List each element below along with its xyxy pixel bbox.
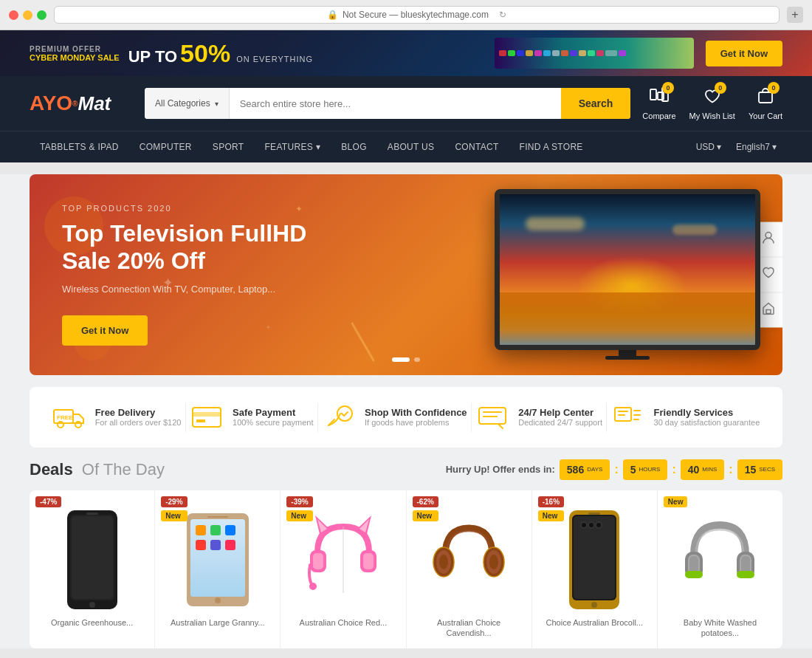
nav-item-features[interactable]: FEATURES ▾ (254, 131, 331, 162)
product-name-6: Baby White Washed potatoes... (665, 617, 775, 639)
feature-payment-title: Safe Payment (233, 407, 313, 418)
feature-divider-2 (317, 402, 318, 432)
feature-friendly: Friendly Services 30 day satisfaction gu… (611, 400, 760, 434)
svg-rect-55 (588, 513, 600, 515)
browser-dots (9, 10, 47, 20)
countdown: Hurry Up! Offer ends in: 586 DAYS : 5 HO… (446, 459, 782, 480)
cart-action[interactable]: 0 Your Cart (749, 86, 782, 120)
deal-suffix: ON EVERYTHING (236, 55, 313, 64)
svg-rect-69 (737, 571, 754, 578)
feature-payment-sub: 100% secure payment (233, 418, 313, 427)
nav-item-tablets[interactable]: TABBLETS & IPAD (30, 131, 129, 162)
svg-rect-11 (193, 412, 221, 417)
product-card-4[interactable]: -62% New (407, 490, 532, 649)
feature-confidence-text: Shop With Confidence If goods have probl… (365, 407, 467, 427)
header-actions: 0 Compare 0 My Wish List 0 You (642, 86, 782, 120)
logo[interactable]: AYO ® Mat (30, 92, 133, 115)
svg-rect-16 (618, 411, 628, 412)
nav-item-computer[interactable]: COMPUTER (129, 131, 202, 162)
nav: TABBLETS & IPAD COMPUTER SPORT FEATURES … (0, 131, 812, 162)
payment-icon (190, 400, 224, 434)
svg-text:FREE: FREE (57, 414, 73, 421)
friendly-icon (611, 400, 645, 434)
hero-section: ✦ ✦ ✦ TOP PRODUCTS 2020 Top Television F… (30, 174, 782, 375)
reload-icon[interactable]: ↻ (499, 10, 506, 20)
svg-rect-31 (196, 540, 206, 550)
nav-item-blog[interactable]: BLOG (331, 131, 377, 162)
svg-rect-33 (225, 540, 235, 550)
discount-badge-3: -39% (286, 496, 312, 507)
currency-arrow-icon: ▾ (717, 142, 721, 152)
tv-screen (500, 194, 755, 345)
countdown-mins: 40 MINS (681, 459, 725, 480)
new-tab-btn[interactable]: + (787, 7, 803, 23)
deals-title: Deals Of The Day (30, 460, 165, 479)
promo-cta-btn[interactable]: Get it Now (706, 41, 782, 66)
product-image-4 (432, 508, 506, 611)
feature-payment: Safe Payment 100% secure payment (190, 400, 313, 434)
delivery-icon: FREE (52, 400, 86, 434)
compare-action[interactable]: 0 Compare (642, 86, 675, 120)
nav-item-about[interactable]: ABOUT US (377, 131, 445, 162)
logo-ayo: AYO (30, 92, 72, 115)
category-dropdown[interactable]: All Categories ▾ (145, 88, 230, 119)
feature-divider-1 (185, 402, 186, 432)
sep-3: : (729, 463, 732, 476)
product-badges-4: -62% New (413, 496, 438, 521)
wishlist-icon: 0 (703, 86, 722, 110)
hero-cta-btn[interactable]: Get it Now (62, 315, 148, 346)
dot-yellow (23, 10, 32, 20)
compare-label: Compare (642, 112, 675, 120)
svg-rect-32 (210, 540, 221, 550)
language-arrow-icon: ▾ (772, 142, 777, 152)
help-icon (475, 400, 509, 434)
product-card-6[interactable]: New (658, 490, 782, 649)
feature-confidence: Shop With Confidence If goods have probl… (322, 400, 467, 434)
promo-deal: UP TO 50% ON EVERYTHING (128, 39, 313, 68)
product-card-2[interactable]: -29% New (155, 490, 281, 649)
svg-point-26 (215, 597, 221, 603)
svg-rect-27 (207, 516, 228, 518)
compare-badge: 0 (662, 82, 674, 94)
feature-friendly-title: Friendly Services (654, 407, 760, 418)
svg-rect-65 (685, 571, 703, 578)
feature-help-sub: Dedicated 24/7 support (518, 418, 602, 427)
features-bar: FREE Free Delivery For all orders over $… (30, 387, 782, 448)
svg-point-48 (489, 555, 498, 569)
countdown-secs: 15 SECS (737, 459, 782, 480)
search-bar: All Categories ▾ Search (145, 88, 630, 119)
hurry-label: Hurry Up! Offer ends in: (446, 464, 555, 475)
feature-delivery-sub: For all orders over $120 (95, 418, 182, 427)
keyboard-decoration (495, 38, 694, 69)
nav-item-sport[interactable]: SPORT (202, 131, 255, 162)
product-card-1[interactable]: -47% Organic Greenhouse... (30, 490, 155, 649)
dot-red (9, 10, 18, 20)
promo-text-left: PREMIUM OFFER CYBER MONDAY SALE UP TO 50… (30, 39, 313, 68)
new-badge-6: New (664, 496, 688, 507)
nav-item-findstore[interactable]: FIND A STORE (509, 131, 593, 162)
hero-tag: TOP PRODUCTS 2020 (62, 204, 440, 213)
feature-help: 24/7 Help Center Dedicated 24/7 support (475, 400, 602, 434)
language-selector[interactable]: English7 ▾ (730, 131, 782, 162)
product-name-5: Choice Australian Brocoll... (546, 617, 643, 628)
product-name-2: Australian Large Granny... (171, 617, 265, 628)
search-button[interactable]: Search (561, 88, 631, 119)
wishlist-badge: 0 (715, 82, 726, 94)
product-card-3[interactable]: -39% New (281, 490, 406, 649)
premium-label: PREMIUM OFFER (30, 45, 120, 53)
feature-help-text: 24/7 Help Center Dedicated 24/7 support (518, 407, 602, 427)
feature-divider-3 (471, 402, 472, 432)
product-card-5[interactable]: -16% New (532, 490, 658, 649)
search-input[interactable] (230, 88, 561, 119)
logo-registered: ® (72, 100, 78, 108)
currency-selector[interactable]: USD ▾ (690, 131, 727, 162)
cart-icon: 0 (756, 86, 775, 110)
feature-divider-4 (606, 402, 607, 432)
days-unit: DAYS (587, 466, 602, 473)
product-name-1: Organic Greenhouse... (51, 617, 133, 628)
countdown-hours: 5 HOURS (623, 459, 668, 480)
feature-friendly-text: Friendly Services 30 day satisfaction gu… (654, 407, 760, 427)
main-content: ✦ ✦ ✦ TOP PRODUCTS 2020 Top Television F… (0, 174, 812, 648)
nav-item-contact[interactable]: CONTACT (444, 131, 509, 162)
wishlist-action[interactable]: 0 My Wish List (689, 86, 735, 120)
